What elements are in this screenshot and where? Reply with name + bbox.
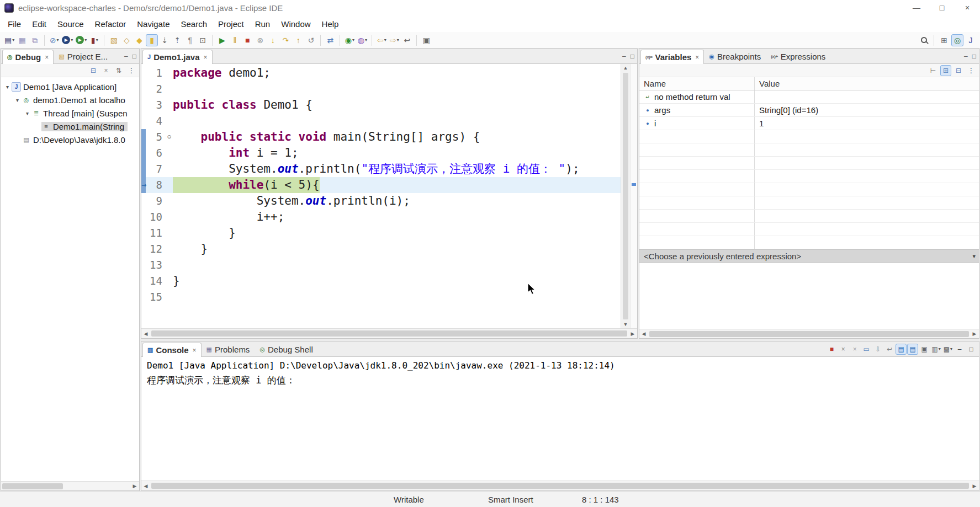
variables-detail-pane[interactable] — [639, 263, 979, 295]
open-console-dropdown[interactable]: ▾ — [950, 346, 952, 351]
selected-tree-item[interactable]: ≡Demo1.main(String — [41, 122, 128, 131]
code-line[interactable]: 7 System.out.println("程序调试演示，注意观察 i 的值： … — [141, 161, 621, 177]
remove-all-terminated-button[interactable]: × — [849, 344, 860, 355]
expression-combo[interactable]: <Choose a previously entered expression>… — [639, 249, 979, 263]
annotation-gutter[interactable] — [141, 81, 146, 97]
minimize-view-button[interactable]: – — [954, 344, 965, 355]
menu-source[interactable]: Source — [52, 17, 89, 31]
debug-tree-item[interactable]: ▤D:\Develop\Java\jdk1.8.0 — [1, 133, 139, 146]
annotation-gutter[interactable] — [141, 225, 146, 241]
forward-dropdown[interactable]: ▾ — [397, 38, 399, 42]
fold-gutter[interactable] — [166, 257, 173, 273]
view-menu-button[interactable]: ⋮ — [966, 65, 977, 76]
maximize-window-button[interactable]: □ — [929, 0, 955, 15]
minimize-view-button[interactable]: – — [124, 52, 128, 60]
terminate-button[interactable]: ■ — [826, 344, 837, 355]
scroll-left-arrow[interactable]: ◀ — [141, 331, 150, 337]
code-line[interactable]: 6 int i = 1; — [141, 145, 621, 161]
mark-occurrences-button[interactable]: ▮ — [146, 34, 158, 46]
back-button[interactable]: ⇦▾ — [375, 34, 388, 46]
suspend-button[interactable]: ‖ — [229, 34, 241, 46]
collapse-all-button[interactable]: ⊟ — [953, 65, 964, 76]
tab-console[interactable]: ▥Console× — [142, 343, 202, 357]
menu-navigate[interactable]: Navigate — [131, 17, 175, 31]
fold-gutter[interactable] — [166, 113, 173, 129]
annotation-gutter[interactable]: → — [141, 177, 146, 193]
run-button[interactable]: ▶▾ — [75, 34, 88, 46]
search-flashlight-button[interactable]: ◆ — [133, 34, 145, 46]
variables-hscrollbar[interactable]: ◀ ▶ — [639, 329, 979, 338]
remove-launch-button[interactable]: × — [838, 344, 849, 355]
line-number[interactable]: 14 — [146, 273, 166, 289]
annotation-gutter[interactable] — [141, 65, 146, 81]
show-whitespace-button[interactable]: ¶ — [184, 34, 196, 46]
word-wrap-button[interactable]: ↩ — [884, 344, 895, 355]
show-type-names-button[interactable]: ⊢ — [928, 65, 939, 76]
annotation-gutter[interactable] — [141, 241, 146, 257]
scrollbar-thumb[interactable] — [623, 73, 628, 319]
forward-button[interactable]: ⇨▾ — [388, 34, 400, 46]
show-on-stdout-button[interactable]: ▤ — [896, 344, 907, 355]
tab-debug-shell[interactable]: ◎Debug Shell — [255, 342, 317, 356]
line-number[interactable]: 9 — [146, 193, 166, 209]
debug-dropdown[interactable]: ▾ — [71, 38, 73, 42]
scroll-right-arrow[interactable]: ▶ — [628, 331, 637, 337]
use-step-filters-button[interactable]: ⇄ — [324, 34, 336, 46]
fold-gutter[interactable] — [166, 289, 173, 305]
display-console-dropdown[interactable]: ▾ — [939, 346, 941, 351]
debug-tree-item[interactable]: ▾◎demo1.Demo1 at localho — [1, 93, 139, 106]
block-selection-button[interactable]: ⊡ — [197, 34, 209, 46]
display-console-button[interactable]: ▥▾ — [930, 344, 941, 355]
fold-gutter[interactable] — [166, 81, 173, 97]
line-number[interactable]: 2 — [146, 81, 166, 97]
variable-row[interactable]: ●argsString[0] (id=16) — [639, 104, 979, 117]
next-annotation-button[interactable]: ⇣ — [158, 34, 171, 46]
minimize-window-button[interactable]: — — [904, 0, 929, 15]
close-icon[interactable]: × — [204, 54, 208, 61]
step-over-button[interactable]: ↷ — [279, 34, 292, 46]
debug-tree-hscrollbar[interactable]: ▶ — [1, 481, 139, 490]
close-icon[interactable]: × — [193, 346, 197, 354]
annotation-gutter[interactable] — [141, 145, 146, 161]
maximize-view-button[interactable]: □ — [133, 52, 136, 60]
variable-row[interactable]: ↵no method return val — [639, 90, 979, 104]
new-java-project-button[interactable]: ▧ — [108, 34, 120, 46]
fold-gutter[interactable] — [166, 193, 173, 209]
fold-gutter[interactable] — [166, 225, 173, 241]
scroll-down-arrow[interactable]: ▼ — [621, 322, 630, 327]
step-return-button[interactable]: ↑ — [292, 34, 304, 46]
new-wizard-button[interactable]: ▤▾ — [3, 34, 15, 46]
disconnect-button[interactable]: ⊗ — [254, 34, 266, 46]
variables-table-header[interactable]: Name Value — [639, 77, 979, 90]
column-header-name[interactable]: Name — [639, 79, 754, 88]
maximize-view-button[interactable]: □ — [972, 52, 976, 60]
open-perspective-button[interactable]: ⊞ — [938, 34, 950, 46]
skip-all-breakpoints-button[interactable]: ⊘▾ — [48, 34, 60, 46]
run-last-button[interactable]: ◉▾ — [343, 34, 356, 46]
fold-gutter[interactable]: ⊖ — [166, 129, 173, 145]
menu-project[interactable]: Project — [213, 17, 250, 31]
debug-tree-item[interactable]: ≡Demo1.main(String — [1, 120, 139, 133]
annotation-gutter[interactable] — [141, 257, 146, 273]
show-logical-structures-button[interactable]: ⊞ — [940, 65, 951, 76]
collapse-fold-icon[interactable]: ⊖ — [167, 129, 171, 145]
code-line[interactable]: 4 — [141, 113, 621, 129]
scroll-right-arrow[interactable]: ▶ — [130, 483, 139, 489]
scrollbar-thumb[interactable] — [2, 483, 63, 489]
scroll-lock-button[interactable]: ⇩ — [872, 344, 883, 355]
maximize-view-button[interactable]: □ — [631, 52, 634, 60]
line-number[interactable]: 7 — [146, 161, 166, 177]
scroll-left-arrow[interactable]: ◀ — [639, 331, 648, 337]
current-line-marker[interactable] — [632, 183, 636, 186]
close-window-button[interactable]: × — [955, 0, 980, 15]
code-line[interactable]: 11 } — [141, 225, 621, 241]
maximize-view-button[interactable]: □ — [966, 344, 977, 355]
fold-gutter[interactable] — [166, 241, 173, 257]
console-output-area[interactable]: Demo1 [Java Application] D:\Develop\Java… — [141, 357, 979, 481]
code-line[interactable]: 9 System.out.println(i); — [141, 193, 621, 209]
scroll-left-arrow[interactable]: ◀ — [141, 483, 150, 489]
annotation-gutter[interactable] — [141, 273, 146, 289]
annotation-gutter[interactable] — [141, 161, 146, 177]
clear-console-button[interactable]: ▭ — [861, 344, 872, 355]
profile-dropdown[interactable]: ▾ — [365, 38, 367, 42]
